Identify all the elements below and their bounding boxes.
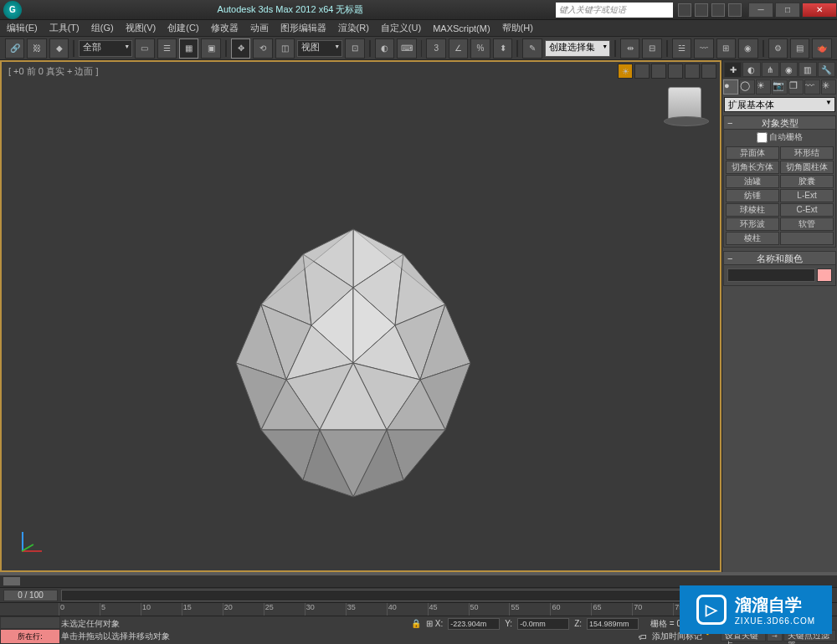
rollout-header-namecolor[interactable]: 名称和颜色 bbox=[724, 252, 835, 265]
select-rect-icon[interactable]: ▦ bbox=[179, 38, 198, 59]
move-icon[interactable]: ✥ bbox=[231, 38, 250, 59]
capsule-button[interactable]: 胶囊 bbox=[780, 175, 834, 188]
menu-create[interactable]: 创建(C) bbox=[167, 22, 198, 34]
render-icon[interactable]: 🫖 bbox=[812, 38, 831, 59]
vp-icon-4[interactable] bbox=[685, 64, 700, 79]
scale-icon[interactable]: ◫ bbox=[275, 38, 295, 59]
shapes-icon[interactable]: ◯ bbox=[739, 79, 754, 95]
material-icon[interactable]: ◉ bbox=[738, 38, 757, 59]
hierarchy-tab[interactable]: ⋔ bbox=[762, 62, 779, 77]
light-icon[interactable]: ☀ bbox=[618, 64, 633, 79]
lights-icon[interactable]: ☀ bbox=[756, 79, 771, 95]
viewcube[interactable] bbox=[668, 87, 701, 120]
menu-customize[interactable]: 自定义(U) bbox=[381, 22, 421, 34]
menu-maxscript[interactable]: MAXScript(M) bbox=[433, 23, 490, 33]
menu-views[interactable]: 视图(V) bbox=[126, 22, 157, 34]
render-frame-icon[interactable]: ▤ bbox=[790, 38, 809, 59]
close-button[interactable]: ✕ bbox=[802, 3, 837, 18]
mirror-icon[interactable]: ⇹ bbox=[620, 38, 639, 59]
cext-button[interactable]: C-Ext bbox=[780, 203, 834, 217]
viewport[interactable]: [ +0 前 0 真实 + 边面 ] ☀ bbox=[0, 60, 721, 572]
menu-edit[interactable]: 编辑(E) bbox=[7, 22, 38, 34]
torusknot-button[interactable]: 环形结 bbox=[780, 146, 834, 160]
scrollbar-thumb[interactable] bbox=[3, 577, 20, 585]
autogrid-checkbox[interactable] bbox=[757, 132, 768, 143]
z-coord-input[interactable]: 154.989mm bbox=[587, 618, 639, 630]
modify-tab[interactable]: ◐ bbox=[742, 62, 760, 77]
named-selset-dropdown[interactable]: 创建选择集 bbox=[545, 40, 610, 57]
y-coord-input[interactable]: -0.0mm bbox=[517, 618, 569, 630]
rotate-icon[interactable]: ⟲ bbox=[253, 38, 272, 59]
script-mini[interactable] bbox=[0, 616, 60, 629]
align-icon[interactable]: ⊟ bbox=[642, 38, 661, 59]
pivot-icon[interactable]: ⊡ bbox=[345, 38, 364, 59]
chamferbox-button[interactable]: 切角长方体 bbox=[726, 161, 779, 174]
frame-indicator[interactable]: 0 / 100 bbox=[3, 590, 58, 601]
keyboard-icon[interactable]: ⌨ bbox=[397, 38, 416, 59]
lext-button[interactable]: L-Ext bbox=[780, 189, 834, 202]
curve-editor-icon[interactable]: 〰 bbox=[694, 38, 713, 59]
select-name-icon[interactable]: ☰ bbox=[157, 38, 177, 59]
gengon-button[interactable]: 球棱柱 bbox=[726, 203, 779, 217]
menu-tools[interactable]: 工具(T) bbox=[49, 22, 80, 34]
prism-button[interactable]: 棱柱 bbox=[726, 232, 779, 245]
snap-icon[interactable]: 3 bbox=[426, 38, 445, 59]
link-icon[interactable]: 🔗 bbox=[5, 38, 24, 59]
refcoord-dropdown[interactable]: 视图 bbox=[297, 40, 342, 57]
timeline-track[interactable] bbox=[61, 590, 720, 601]
percent-snap-icon[interactable]: % bbox=[470, 38, 490, 59]
create-tab[interactable]: ✚ bbox=[724, 62, 742, 77]
menu-modifiers[interactable]: 修改器 bbox=[211, 22, 239, 34]
helpers-icon[interactable]: ❐ bbox=[788, 79, 804, 95]
viewport-label[interactable]: [ +0 前 0 真实 + 边面 ] bbox=[8, 65, 99, 78]
star-icon[interactable] bbox=[695, 3, 708, 17]
help-icon[interactable] bbox=[728, 3, 742, 17]
motion-tab[interactable]: ◉ bbox=[780, 62, 798, 77]
rollout-header-objtype[interactable]: 对象类型 bbox=[724, 116, 835, 130]
x-coord-input[interactable]: -223.904m bbox=[448, 618, 500, 630]
hedra-button[interactable]: 异面体 bbox=[726, 146, 779, 160]
editnames-icon[interactable]: ✎ bbox=[522, 38, 542, 59]
schematic-icon[interactable]: ⊞ bbox=[716, 38, 736, 59]
systems-icon[interactable]: ✳ bbox=[821, 79, 836, 95]
space-icon[interactable]: 〰 bbox=[804, 79, 819, 95]
comm-icon[interactable] bbox=[711, 3, 725, 17]
menu-help[interactable]: 帮助(H) bbox=[502, 22, 533, 34]
menu-grapheditors[interactable]: 图形编辑器 bbox=[280, 22, 326, 34]
render-setup-icon[interactable]: ⚙ bbox=[768, 38, 788, 59]
menu-animation[interactable]: 动画 bbox=[250, 22, 269, 34]
menu-rendering[interactable]: 渲染(R) bbox=[338, 22, 369, 34]
ringwave-button[interactable]: 环形波 bbox=[726, 217, 779, 231]
vp-icon-3[interactable] bbox=[668, 64, 683, 79]
utilities-tab[interactable]: 🔧 bbox=[818, 62, 835, 77]
menu-group[interactable]: 组(G) bbox=[91, 22, 114, 34]
spinner-snap-icon[interactable]: ⬍ bbox=[493, 38, 512, 59]
oiltank-button[interactable]: 油罐 bbox=[726, 175, 779, 188]
cameras-icon[interactable]: 📷 bbox=[772, 79, 787, 95]
vp-icon-2[interactable] bbox=[651, 64, 666, 79]
info-icon[interactable] bbox=[678, 3, 691, 17]
hose-button[interactable]: 软管 bbox=[780, 217, 834, 231]
window-crossing-icon[interactable]: ▣ bbox=[201, 38, 220, 59]
selection-filter-dropdown[interactable]: 全部 bbox=[79, 40, 132, 57]
bind-icon[interactable]: ◆ bbox=[49, 38, 69, 59]
minimize-button[interactable]: ─ bbox=[748, 3, 773, 18]
script-listener[interactable]: 所在行: bbox=[0, 629, 60, 644]
vp-icon-1[interactable] bbox=[634, 64, 650, 79]
color-swatch[interactable] bbox=[817, 268, 832, 282]
category-dropdown[interactable]: 扩展基本体 bbox=[724, 97, 835, 112]
geometry-icon[interactable]: ● bbox=[723, 79, 738, 95]
select-icon[interactable]: ▭ bbox=[135, 38, 154, 59]
angle-snap-icon[interactable]: ∠ bbox=[449, 38, 468, 59]
app-icon[interactable]: G bbox=[3, 1, 22, 19]
layers-icon[interactable]: ☱ bbox=[672, 38, 691, 59]
chamfercyl-button[interactable]: 切角圆柱体 bbox=[780, 161, 834, 174]
vp-icon-5[interactable] bbox=[701, 64, 716, 79]
object-name-input[interactable] bbox=[727, 268, 815, 282]
spindle-button[interactable]: 纺锤 bbox=[726, 189, 779, 202]
manip-icon[interactable]: ◐ bbox=[375, 38, 394, 59]
maximize-button[interactable]: □ bbox=[775, 3, 800, 18]
search-input[interactable]: 键入关键字或短语 bbox=[556, 3, 673, 18]
display-tab[interactable]: ▥ bbox=[798, 62, 816, 77]
unlink-icon[interactable]: ⛓ bbox=[27, 38, 46, 59]
